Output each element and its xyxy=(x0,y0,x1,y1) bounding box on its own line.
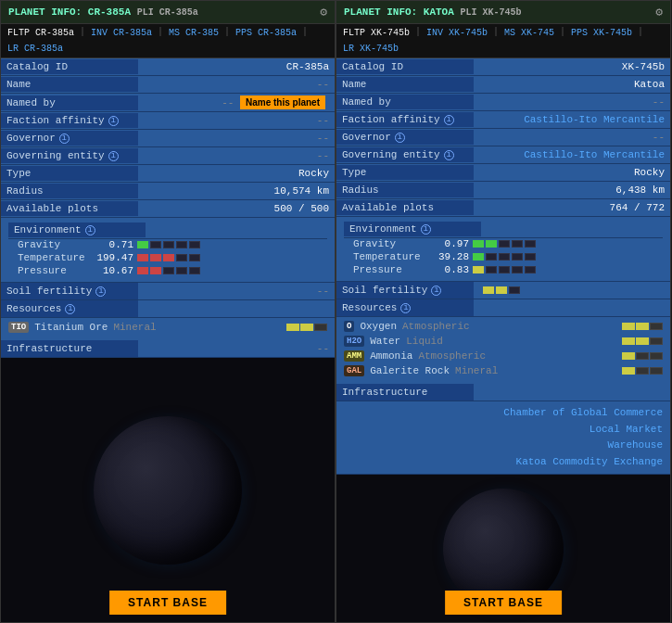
resource-tag-2: AMM xyxy=(344,350,364,362)
env-row-2: Pressure10.67 xyxy=(8,265,327,276)
field-label-0: Catalog ID xyxy=(1,59,138,74)
info-row-1: Name-- xyxy=(1,76,335,94)
field-label-6: Type xyxy=(336,165,474,180)
env-label-2: Pressure xyxy=(18,265,92,276)
env-value-1: 39.28 xyxy=(427,251,469,262)
field-label-1: Name xyxy=(336,77,474,92)
resource-tag-1: H2O xyxy=(344,336,364,347)
info-icon[interactable]: i xyxy=(444,115,454,125)
gear-icon[interactable]: ⚙ xyxy=(655,5,663,19)
field-label-6: Type xyxy=(1,166,138,181)
nav-tabs: FLTP XK-745b|INV XK-745b|MS XK-745|PPS X… xyxy=(336,24,670,58)
soil-fertility-value xyxy=(474,285,670,296)
info-icon[interactable]: i xyxy=(400,303,411,313)
resource-name-2: Ammonia xyxy=(370,350,412,362)
infra-link-2[interactable]: Warehouse xyxy=(344,438,663,454)
field-value-8: 764 / 772 xyxy=(474,200,670,215)
env-label-0: Gravity xyxy=(353,238,427,249)
info-icon[interactable]: i xyxy=(85,225,95,235)
field-label-4: Governori xyxy=(1,131,138,146)
info-icon[interactable]: i xyxy=(59,134,70,144)
field-value-5[interactable]: Castillo-Ito Mercantile xyxy=(474,147,670,162)
env-bar-0 xyxy=(137,241,200,248)
tab-fltp[interactable]: FLTP XK-745b xyxy=(341,27,412,39)
infra-link-3[interactable]: Katoa Commodity Exchange xyxy=(344,454,663,471)
env-bar-2 xyxy=(473,266,536,273)
tab-inv[interactable]: INV XK-745b xyxy=(425,27,489,39)
info-row-6: TypeRocky xyxy=(336,164,670,182)
env-bar-2 xyxy=(137,267,200,274)
info-row-4: Governori-- xyxy=(336,129,670,146)
start-base-button[interactable]: START BASE xyxy=(445,591,562,615)
field-value-7: 10,574 km xyxy=(138,184,335,198)
field-value-3: -- xyxy=(138,113,335,128)
info-row-7: Radius10,574 km xyxy=(1,183,335,200)
environment-section: EnvironmentiGravity0.71Temperature199.47… xyxy=(1,218,335,283)
nav-tabs: FLTP CR-385a|INV CR-385a|MS CR-385|PPS C… xyxy=(1,24,335,58)
env-row-2: Pressure0.83 xyxy=(344,264,663,275)
env-bar-0 xyxy=(473,240,536,248)
resource-item-3: GALGalerite RockMineral xyxy=(344,365,663,376)
tab-pps[interactable]: PPS XK-745b xyxy=(569,27,634,39)
info-icon[interactable]: i xyxy=(395,133,405,143)
gear-icon[interactable]: ⚙ xyxy=(320,5,327,19)
field-value-2: -- xyxy=(474,95,670,109)
tab-ms[interactable]: MS XK-745 xyxy=(502,27,556,39)
tab-separator: | xyxy=(224,27,230,39)
infrastructure-label: Infrastructure xyxy=(1,340,138,357)
environment-label: Environmenti xyxy=(8,222,146,237)
tab-fltp[interactable]: FLTP CR-385a xyxy=(6,27,76,39)
panels-container: PLANET INFO: CR-385A PLI CR-385a⚙FLTP CR… xyxy=(0,0,672,623)
field-value-7: 6,438 km xyxy=(474,183,670,197)
info-icon[interactable]: i xyxy=(65,304,75,314)
info-row-8: Available plots500 / 500 xyxy=(1,200,335,218)
infra-link-0[interactable]: Chamber of Global Commerce xyxy=(344,405,663,422)
resource-item-1: H2OWaterLiquid xyxy=(344,336,663,347)
tab-lr[interactable]: LR CR-385a xyxy=(6,43,65,55)
panel-header: PLANET INFO: CR-385A PLI CR-385a⚙ xyxy=(1,1,335,24)
tab-ms[interactable]: MS CR-385 xyxy=(167,27,221,39)
resource-type-3: Mineral xyxy=(455,365,498,376)
info-table: Catalog IDCR-385aName--Named by-- Name t… xyxy=(1,58,335,218)
resource-tag-3: GAL xyxy=(344,365,364,376)
info-row-3: Faction affinityiCastillo-Ito Mercantile xyxy=(336,111,670,129)
info-row-8: Available plots764 / 772 xyxy=(336,199,670,217)
info-icon[interactable]: i xyxy=(444,150,454,160)
field-label-1: Name xyxy=(1,77,138,92)
resource-type-1: Liquid xyxy=(406,336,443,347)
field-value-3[interactable]: Castillo-Ito Mercantile xyxy=(474,112,670,127)
resource-name-0: Oxygen xyxy=(360,321,397,332)
info-icon[interactable]: i xyxy=(108,151,119,161)
field-label-3: Faction affinityi xyxy=(1,113,138,128)
info-icon[interactable]: i xyxy=(431,286,441,296)
start-base-button[interactable]: START BASE xyxy=(109,591,226,615)
tab-separator: | xyxy=(158,27,163,39)
env-value-0: 0.97 xyxy=(427,238,469,249)
tab-inv[interactable]: INV CR-385a xyxy=(89,27,154,39)
tab-pps[interactable]: PPS CR-385a xyxy=(234,27,298,39)
resources-label: Resourcesi xyxy=(1,300,138,317)
env-label-1: Temperature xyxy=(18,252,92,263)
infra-link-1[interactable]: Local Market xyxy=(344,422,663,439)
panel-xk745b: PLANET INFO: KATOA PLI XK-745b⚙FLTP XK-7… xyxy=(336,0,671,623)
environment-header-row: Environmenti xyxy=(8,222,327,239)
info-icon[interactable]: i xyxy=(108,116,119,126)
field-label-2: Named by xyxy=(336,95,474,109)
resource-type-0: Atmospheric xyxy=(402,321,470,332)
info-icon[interactable]: i xyxy=(95,286,106,297)
info-row-5: Governing entityiCastillo-Ito Mercantile xyxy=(336,146,670,164)
field-label-5: Governing entityi xyxy=(336,147,474,162)
resource-type-0: Mineral xyxy=(113,322,156,333)
name-this-planet-button[interactable]: Name this planet xyxy=(240,95,325,109)
info-row-2: Named by-- Name this planet xyxy=(1,94,335,112)
env-label-2: Pressure xyxy=(353,264,427,275)
resource-type-2: Atmospheric xyxy=(418,350,486,362)
info-icon[interactable]: i xyxy=(421,224,431,235)
planet-viewport: START BASE xyxy=(1,358,335,622)
field-label-0: Catalog ID xyxy=(336,59,474,74)
info-row-2: Named by-- xyxy=(336,94,670,111)
env-row-0: Gravity0.97 xyxy=(344,238,663,249)
infrastructure-header-row: Infrastructure xyxy=(336,384,670,401)
tab-lr[interactable]: LR XK-745b xyxy=(341,43,400,55)
info-row-4: Governori-- xyxy=(1,130,335,147)
